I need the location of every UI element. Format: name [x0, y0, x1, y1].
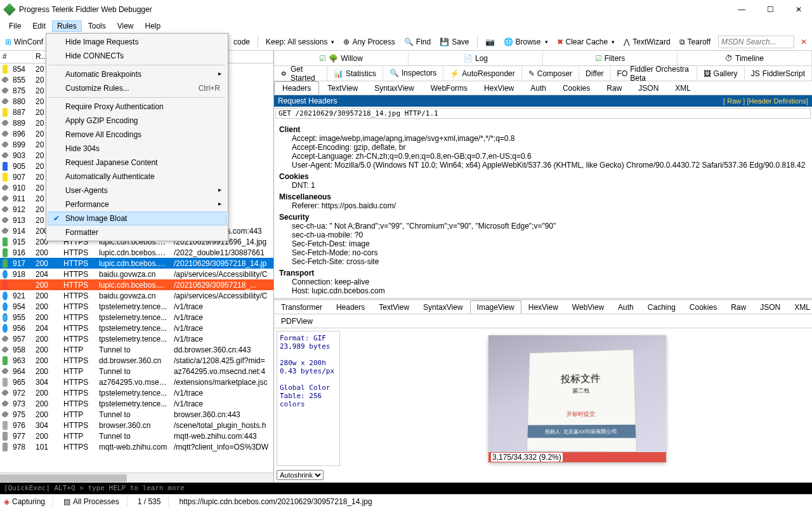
request-headers-tree[interactable]: ClientAccept: image/webp,image/apng,imag… — [274, 120, 812, 298]
session-row[interactable]: 976304HTTPSbrowser.360.cn/scene/total_pl… — [0, 420, 273, 431]
resptab-raw[interactable]: Raw — [724, 300, 753, 314]
menuitem-user-agents[interactable]: User-Agents — [48, 184, 226, 197]
header-item[interactable]: Host: lupic.cdn.bcebos.com — [292, 286, 807, 295]
menuitem-hide-image-requests[interactable]: Hide Image Requests — [48, 35, 226, 49]
capturing-indicator[interactable]: ◈Capturing — [4, 497, 53, 506]
menu-edit[interactable]: Edit — [27, 20, 51, 32]
header-item[interactable]: Accept: image/webp,image/apng,image/svg+… — [292, 134, 807, 143]
menuitem-request-japanese-content[interactable]: Request Japanese Content — [48, 156, 226, 170]
tab-log[interactable]: 📄Log — [409, 51, 543, 65]
resptab-headers[interactable]: Headers — [329, 300, 372, 314]
tab-willow[interactable]: ☑🌳Willow — [274, 51, 409, 65]
resptab-textview[interactable]: TextView — [372, 300, 416, 314]
find-button[interactable]: 🔍Find — [402, 36, 433, 48]
resptab-imageview[interactable]: ImageView — [470, 300, 521, 314]
msdn-search-input[interactable] — [718, 36, 794, 48]
menuitem-show-image-bloat[interactable]: Show Image Bloat — [48, 211, 226, 225]
reqtab-headers[interactable]: Headers — [274, 81, 319, 95]
resptab-hexview[interactable]: HexView — [521, 300, 565, 314]
header-item[interactable]: sec-ch-ua: " Not A;Brand";v="99", "Chrom… — [292, 222, 807, 231]
session-row[interactable]: 921200HTTPSbaidu.govwza.cn/api/services/… — [0, 290, 273, 301]
col-number[interactable]: # — [0, 51, 33, 63]
header-group[interactable]: Cookies — [279, 172, 807, 181]
menuitem-performance[interactable]: Performance — [48, 197, 226, 211]
autoshrink-select[interactable]: Autoshrink — [277, 470, 324, 480]
reqtab-syntaxview[interactable]: SyntaxView — [366, 81, 422, 95]
header-item[interactable]: DNT: 1 — [292, 181, 807, 190]
reqtab-auth[interactable]: Auth — [522, 81, 554, 95]
clear-cache-button[interactable]: ✖Clear Cache — [554, 36, 618, 48]
any-process-button[interactable]: ⊕Any Process — [341, 36, 397, 48]
quickexec-bar[interactable]: [QuickExec] ALT+Q > type HELP to learn m… — [0, 483, 812, 494]
session-row[interactable]: 917200HTTPSlupic.cdn.bcebos.com/20210629… — [0, 258, 273, 269]
header-item[interactable]: sec-ch-ua-mobile: ?0 — [292, 231, 807, 239]
reqtab-xml[interactable]: XML — [667, 81, 699, 95]
close-toolbar-icon[interactable]: ✕ — [798, 36, 809, 48]
keep-sessions-dropdown[interactable]: Keep: All sessions — [263, 36, 337, 48]
header-item[interactable]: Sec-Fetch-Mode: no-cors — [292, 248, 807, 257]
session-row[interactable]: 972200HTTPStpstelemetry.tence.../v1/trac… — [0, 387, 273, 398]
header-item[interactable]: Sec-Fetch-Site: cross-site — [292, 257, 807, 266]
session-row[interactable]: 964200HTTPTunnel toaz764295.vo.msecnd.ne… — [0, 366, 273, 377]
reqtab-raw[interactable]: Raw — [598, 81, 630, 95]
decode-button[interactable]: code — [231, 36, 252, 48]
header-item[interactable]: Connection: keep-alive — [292, 277, 807, 286]
session-row[interactable]: 965304HTTPSaz764295.vo.msec.../extension… — [0, 377, 273, 387]
menuitem-formatter[interactable]: Formatter — [48, 225, 226, 239]
header-item[interactable]: Sec-Fetch-Dest: image — [292, 239, 807, 248]
rules-menu[interactable]: Hide Image RequestsHide CONNECTsAutomati… — [46, 33, 228, 241]
tab-differ[interactable]: Differ — [579, 66, 610, 81]
session-row[interactable]: 978101HTTPSmqtt-web.zhihu.com/mqtt?clien… — [0, 441, 273, 452]
menu-help[interactable]: Help — [140, 20, 166, 32]
session-row[interactable]: 956204HTTPStpstelemetry.tence.../v1/trac… — [0, 323, 273, 333]
header-item[interactable]: User-Agent: Mozilla/5.0 (Windows NT 10.0… — [292, 161, 807, 170]
menu-tools[interactable]: Tools — [83, 20, 111, 32]
header-group[interactable]: Client — [279, 125, 807, 134]
session-row[interactable]: 954200HTTPStpstelemetry.tence.../v1/trac… — [0, 301, 273, 312]
header-group[interactable]: Security — [279, 213, 807, 222]
resptab-syntaxview[interactable]: SyntaxView — [416, 300, 469, 314]
menu-rules[interactable]: Rules — [52, 20, 82, 32]
session-row[interactable]: 975200HTTPTunnel tobrowser.360.cn:443 — [0, 409, 273, 420]
header-item[interactable]: Accept-Encoding: gzip, deflate, br — [292, 143, 807, 152]
resptab-json[interactable]: JSON — [753, 300, 787, 314]
session-row[interactable]: 958200HTTPTunnel todd.browser.360.cn:443 — [0, 344, 273, 355]
resptab-caching[interactable]: Caching — [641, 300, 683, 314]
tab-statistics[interactable]: 📊Statistics — [327, 66, 383, 81]
tab-composer[interactable]: ✎Composer — [522, 66, 579, 81]
menuitem-apply-gzip-encoding[interactable]: Apply GZIP Encoding — [48, 114, 226, 128]
reqtab-json[interactable]: JSON — [630, 81, 667, 95]
tab-filters[interactable]: ☑Filters — [543, 51, 678, 65]
resptab-auth[interactable]: Auth — [611, 300, 641, 314]
resptab-webview[interactable]: WebView — [565, 300, 611, 314]
tab-autoresponder[interactable]: ⚡AutoResponder — [443, 66, 521, 81]
menuitem-automatic-breakpoints[interactable]: Automatic Breakpoints — [48, 67, 226, 81]
process-filter[interactable]: ▤All Processes — [63, 497, 128, 506]
menuitem-hide-connects[interactable]: Hide CONNECTs — [48, 49, 226, 63]
session-row[interactable]: 200HTTPSlupic.cdn.bcebos..../20210629/30… — [0, 279, 273, 290]
menuitem-hide-304s[interactable]: Hide 304s — [48, 142, 226, 156]
resptab-xml[interactable]: XML — [787, 300, 812, 314]
maximize-button[interactable]: ☐ — [762, 5, 779, 14]
header-item[interactable]: Referer: https://pos.baidu.com/ — [292, 201, 807, 210]
reqtab-hexview[interactable]: HexView — [476, 81, 522, 95]
tab-gallery[interactable]: 🖼Gallery — [697, 66, 745, 81]
resptab-cookies[interactable]: Cookies — [683, 300, 724, 314]
minimize-button[interactable]: — — [733, 5, 750, 14]
resptab-pdfview[interactable]: PDFView — [274, 314, 320, 328]
menu-file[interactable]: File — [4, 20, 26, 32]
tab-get-started[interactable]: ⭘Get Started — [274, 66, 327, 81]
menuitem-require-proxy-authentication[interactable]: Require Proxy Authentication — [48, 100, 226, 114]
session-row[interactable]: 957200HTTPStpstelemetry.tence.../v1/trac… — [0, 333, 273, 344]
tab-fiddlerscript[interactable]: JSFiddlerScript — [745, 66, 812, 81]
session-row[interactable]: 973200HTTPStpstelemetry.tence.../v1/trac… — [0, 398, 273, 409]
header-group[interactable]: Miscellaneous — [279, 192, 807, 201]
request-headers-links[interactable]: [ Raw ] [Header Definitions] — [723, 97, 808, 105]
tearoff-button[interactable]: ⧉Tearoff — [677, 36, 713, 48]
menuitem-remove-all-encodings[interactable]: Remove All Encodings — [48, 128, 226, 142]
reqtab-textview[interactable]: TextView — [319, 81, 366, 95]
browse-dropdown[interactable]: 🌐Browse — [501, 36, 551, 48]
horizontal-scrollbar[interactable] — [0, 472, 273, 483]
request-raw-line[interactable]: GET /20210629/30957218_14.jpg HTTP/1.1 — [275, 108, 811, 119]
tab-timeline[interactable]: ⏱Timeline — [678, 51, 812, 65]
